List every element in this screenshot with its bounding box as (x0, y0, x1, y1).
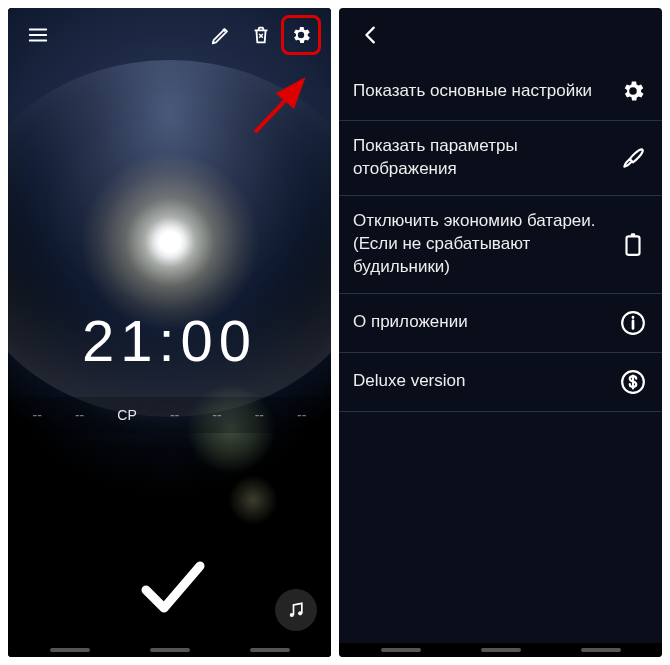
menu-item-label: Показать основные настройки (353, 80, 618, 103)
menu-button[interactable] (18, 15, 58, 55)
menu-battery-optimization[interactable]: Отключить экономию батареи. (Если не сра… (339, 196, 662, 294)
menu-deluxe[interactable]: Deluxe version (339, 353, 662, 412)
day-wed[interactable]: СР (117, 407, 136, 423)
day-selector: -- -- СР -- -- -- -- (8, 397, 331, 433)
menu-display-settings[interactable]: Показать параметры отображения (339, 121, 662, 196)
day-tue[interactable]: -- (75, 407, 84, 423)
music-icon (286, 600, 306, 620)
day-mon[interactable]: -- (33, 407, 42, 423)
menu-item-label: Показать параметры отображения (353, 135, 618, 181)
menu-item-label: О приложении (353, 311, 618, 334)
menu-item-label: Отключить экономию батареи. (Если не сра… (353, 210, 618, 279)
gear-icon (618, 76, 648, 106)
settings-button[interactable] (281, 15, 321, 55)
hamburger-icon (27, 24, 49, 46)
delete-button[interactable] (241, 15, 281, 55)
day-sun[interactable]: -- (297, 407, 306, 423)
nav-recent[interactable] (250, 648, 290, 652)
day-fri[interactable]: -- (212, 407, 221, 423)
nav-home[interactable] (150, 648, 190, 652)
check-icon (134, 551, 206, 623)
nav-home[interactable] (481, 648, 521, 652)
menu-main-settings[interactable]: Показать основные настройки (339, 62, 662, 121)
day-thu[interactable]: -- (170, 407, 179, 423)
trash-icon (250, 24, 272, 46)
settings-screen: Показать основные настройки Показать пар… (339, 8, 662, 657)
alarm-edit-screen: 21:00 -- -- СР -- -- -- -- (8, 8, 331, 657)
edit-button[interactable] (201, 15, 241, 55)
top-toolbar (8, 8, 331, 62)
info-icon (618, 308, 648, 338)
gear-icon (290, 24, 312, 46)
android-nav-bar (339, 643, 662, 657)
settings-menu: Показать основные настройки Показать пар… (339, 62, 662, 657)
day-sat[interactable]: -- (255, 407, 264, 423)
dollar-icon (618, 367, 648, 397)
alarm-time[interactable]: 21:00 (8, 307, 331, 374)
nav-back[interactable] (381, 648, 421, 652)
nav-back[interactable] (50, 648, 90, 652)
arrow-left-icon (360, 24, 382, 46)
nav-recent[interactable] (581, 648, 621, 652)
sound-button[interactable] (275, 589, 317, 631)
menu-about[interactable]: О приложении (339, 294, 662, 353)
battery-icon (618, 229, 648, 259)
menu-item-label: Deluxe version (353, 370, 618, 393)
confirm-button[interactable] (134, 551, 206, 627)
android-nav-bar (8, 643, 331, 657)
brush-icon (618, 143, 648, 173)
settings-toolbar (339, 8, 662, 62)
pencil-icon (210, 24, 232, 46)
back-button[interactable] (351, 15, 391, 55)
